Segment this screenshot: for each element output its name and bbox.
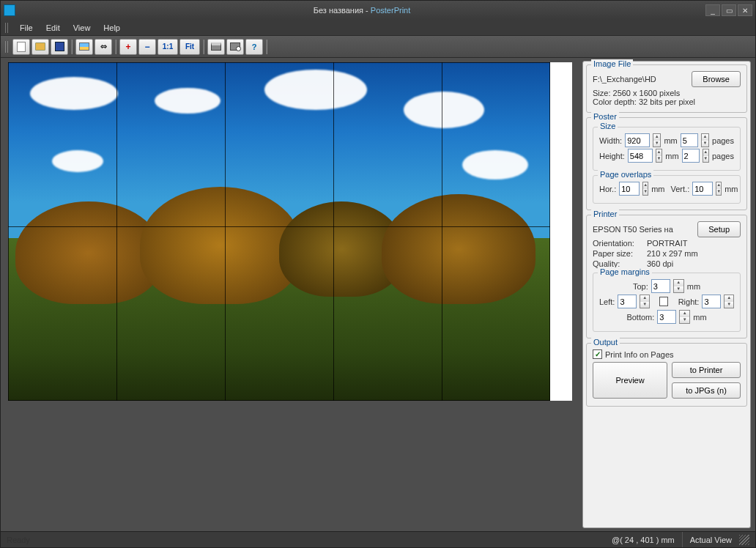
help-button[interactable]: ? — [245, 39, 263, 55]
minimize-button[interactable]: _ — [705, 4, 720, 16]
to-printer-button[interactable]: to Printer — [672, 362, 741, 378]
canvas[interactable] — [8, 62, 572, 401]
hor-label: Hor.: — [599, 185, 616, 193]
document-title: Без названия — [314, 6, 363, 15]
bottom-margin-spinner[interactable]: ▲▼ — [679, 310, 690, 324]
height-mm-input[interactable] — [628, 149, 653, 163]
output-legend: Output — [591, 338, 620, 347]
menu-view[interactable]: View — [67, 22, 97, 34]
mm-label: mm — [665, 152, 678, 160]
height-pages-input[interactable] — [682, 149, 700, 163]
page-margins-group: Page margins Top: ▲▼ mm Left: ▲▼ Right: — [593, 273, 741, 332]
menu-bar: File Edit View Help — [1, 20, 755, 36]
top-margin-spinner[interactable]: ▲▼ — [673, 279, 684, 293]
canvas-area — [1, 58, 582, 531]
floppy-disk-icon — [55, 42, 64, 51]
printer-group: Printer EPSON T50 Series на Setup Orient… — [586, 215, 747, 338]
menu-file[interactable]: File — [14, 22, 39, 34]
close-button[interactable]: ✕ — [738, 4, 752, 16]
vert-overlap-spinner[interactable]: ▲▼ — [716, 182, 722, 196]
open-button[interactable] — [32, 39, 49, 55]
image-depth-label: Color depth: 32 bits per pixel — [593, 97, 741, 106]
left-margin-label: Left: — [599, 297, 615, 306]
image-file-group: Image File F:\_Exchange\HD Browse Size: … — [586, 64, 747, 113]
toolbar-separator — [203, 40, 204, 54]
mm-label: mm — [724, 185, 738, 193]
bottom-margin-label: Bottom: — [626, 313, 654, 322]
print-preview-button[interactable] — [226, 39, 244, 55]
printer-legend: Printer — [591, 210, 619, 218]
mm-label: mm — [693, 313, 706, 322]
resize-grip-icon[interactable] — [739, 535, 749, 545]
status-bar: Ready @( 24 , 401 ) mm Actual View — [1, 531, 755, 547]
mm-label: mm — [687, 282, 700, 291]
browse-button[interactable]: Browse — [692, 71, 741, 87]
image-icon — [79, 42, 89, 51]
workspace: Image File F:\_Exchange\HD Browse Size: … — [1, 58, 755, 531]
width-mm-input[interactable] — [625, 133, 650, 147]
poster-size-legend: Size — [598, 122, 618, 130]
vert-label: Vert.: — [671, 185, 690, 193]
paper-label: Paper size: — [593, 249, 644, 258]
poster-group: Poster Size Width: ▲▼ mm ▲▼ pages Height… — [586, 117, 747, 210]
orientation-label: Orientation: — [593, 239, 644, 248]
image-button[interactable] — [75, 39, 93, 55]
properties-panel: Image File F:\_Exchange\HD Browse Size: … — [582, 61, 751, 528]
status-view-mode: Actual View — [683, 532, 739, 547]
toolbar-grip-icon — [5, 41, 10, 53]
left-margin-spinner[interactable]: ▲▼ — [640, 295, 650, 308]
folder-open-icon — [35, 42, 45, 51]
zoom-in-button[interactable]: + — [119, 39, 137, 55]
bottom-margin-input[interactable] — [657, 310, 676, 324]
hor-overlap-input[interactable] — [619, 182, 640, 196]
width-label: Width: — [599, 136, 622, 145]
left-margin-input[interactable] — [618, 295, 637, 308]
margin-lock-checkbox[interactable] — [659, 297, 668, 306]
hor-overlap-spinner[interactable]: ▲▼ — [642, 182, 648, 196]
zoom-fit-button[interactable]: Fit — [179, 39, 200, 55]
right-margin-input[interactable] — [702, 295, 721, 308]
app-icon — [4, 4, 15, 16]
print-info-checkbox[interactable]: ✓ — [593, 349, 602, 359]
poster-image — [8, 62, 550, 401]
pages-label: pages — [712, 136, 734, 145]
poster-legend: Poster — [591, 112, 619, 121]
new-file-icon — [17, 42, 26, 52]
height-label: Height: — [599, 152, 625, 160]
printer-icon — [211, 42, 221, 51]
print-info-label: Print Info on Pages — [605, 350, 674, 359]
height-mm-spinner[interactable]: ▲▼ — [656, 149, 662, 163]
vert-overlap-input[interactable] — [692, 182, 713, 196]
height-pages-spinner[interactable]: ▲▼ — [703, 149, 709, 163]
width-pages-spinner[interactable]: ▲▼ — [701, 133, 709, 147]
menu-grip-icon — [5, 23, 10, 33]
zoom-out-button[interactable]: − — [138, 39, 156, 55]
print-preview-icon — [230, 42, 240, 51]
title-bar: Без названия - PosterPrint _ ▭ ✕ — [1, 1, 755, 20]
zoom-actual-button[interactable]: 1:1 — [158, 39, 178, 55]
new-button[interactable] — [12, 39, 30, 55]
poster-size-group: Size Width: ▲▼ mm ▲▼ pages Height: ▲▼ mm — [593, 127, 741, 171]
width-mm-spinner[interactable]: ▲▼ — [653, 133, 661, 147]
paper-value: 210 x 297 mm — [647, 249, 698, 258]
top-margin-label: Top: — [633, 282, 648, 291]
toolbar-separator — [71, 40, 73, 54]
print-button[interactable] — [207, 39, 225, 55]
menu-help[interactable]: Help — [97, 22, 126, 34]
to-jpgs-button[interactable]: to JPGs (n) — [672, 382, 741, 399]
maximize-button[interactable]: ▭ — [722, 4, 736, 16]
orientation-value: PORTRAIT — [647, 239, 687, 248]
menu-edit[interactable]: Edit — [40, 22, 66, 34]
width-pages-input[interactable] — [681, 133, 698, 147]
fit-width-button[interactable]: ⇔ — [94, 39, 112, 55]
margins-legend: Page margins — [598, 267, 652, 276]
status-ready: Ready — [7, 536, 30, 544]
top-margin-input[interactable] — [651, 279, 670, 293]
overlaps-legend: Page overlaps — [598, 170, 653, 179]
preview-button[interactable]: Preview — [593, 362, 667, 399]
printer-name: EPSON T50 Series на — [593, 225, 694, 234]
app-name: PosterPrint — [371, 6, 410, 15]
save-button[interactable] — [51, 39, 68, 55]
right-margin-spinner[interactable]: ▲▼ — [724, 295, 734, 308]
printer-setup-button[interactable]: Setup — [697, 221, 741, 237]
